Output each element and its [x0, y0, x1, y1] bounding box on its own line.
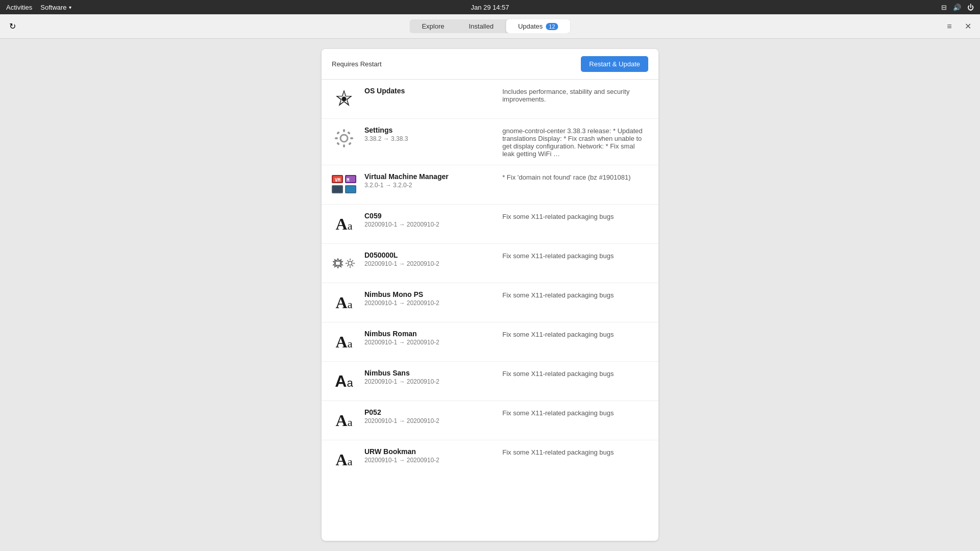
nimbus-mono-icon: Aa [332, 290, 356, 315]
svg-rect-8 [336, 131, 340, 135]
update-row-settings: Settings 3.38.2 → 3.38.3 gnome-control-c… [322, 119, 658, 165]
d050-icon [332, 251, 356, 276]
svg-text:VM: VM [335, 178, 340, 183]
p052-name: P052 [364, 408, 486, 416]
urw-bookman-version: 20200910-1 → 20200910-2 [364, 457, 486, 464]
updates-panel: Requires Restart Restart & Update OS Upd… [322, 49, 658, 541]
nimbus-roman-version: 20200910-1 → 20200910-2 [364, 339, 486, 346]
update-row-vmm: VM M Virtual Machine Manager 3.2.0-1 → 3… [322, 165, 658, 205]
top-bar: Activities Software ▾ Jan 29 14:57 ⊟ 🔊 ⏻ [0, 0, 980, 14]
settings-gear-icon [333, 128, 355, 149]
vmm-logo-icon: VM M [332, 175, 356, 194]
menu-button[interactable]: ≡ [941, 18, 958, 35]
update-row-urw-bookman: Aa URW Bookman 20200910-1 → 20200910-2 F… [322, 440, 658, 479]
svg-rect-5 [343, 144, 345, 147]
svg-rect-19 [346, 186, 355, 192]
svg-rect-6 [335, 137, 338, 139]
network-icon: ⊟ [941, 4, 947, 11]
svg-rect-10 [347, 131, 351, 135]
vmm-info: Virtual Machine Manager 3.2.0-1 → 3.2.0-… [364, 172, 486, 189]
software-label-text: Software [40, 4, 66, 11]
p052-icon: Aa [332, 408, 356, 433]
datetime-label: Jan 29 14:57 [471, 4, 509, 11]
refresh-icon: ↻ [9, 21, 16, 31]
svg-point-24 [348, 261, 352, 265]
requires-restart-header: Requires Restart Restart & Update [322, 49, 658, 80]
os-updates-desc: Includes performance, stability and secu… [502, 87, 648, 103]
tab-explore[interactable]: Explore [409, 19, 456, 33]
p052-version: 20200910-1 → 20200910-2 [364, 417, 486, 424]
restart-update-button[interactable]: Restart & Update [581, 56, 648, 72]
svg-rect-4 [343, 129, 345, 132]
os-updates-info: OS Updates [364, 87, 486, 95]
settings-version: 3.38.2 → 3.38.3 [364, 135, 486, 142]
settings-info: Settings 3.38.2 → 3.38.3 [364, 126, 486, 142]
c059-version: 20200910-1 → 20200910-2 [364, 221, 486, 228]
font-aa-sans-icon: Aa [335, 372, 353, 391]
font-aa-icon: Aa [336, 215, 353, 234]
tab-installed-label: Installed [469, 22, 493, 30]
toolbar-right: ≡ ✕ [941, 18, 976, 35]
refresh-button[interactable]: ↻ [4, 18, 20, 35]
svg-rect-9 [348, 142, 352, 145]
urw-bookman-icon: Aa [332, 447, 356, 472]
svg-point-2 [342, 97, 347, 102]
gear-small-icon [345, 258, 356, 269]
volume-icon: 🔊 [953, 4, 961, 11]
settings-desc: gnome-control-center 3.38.3 release: * U… [502, 126, 648, 158]
d050-name: D050000L [364, 251, 486, 259]
update-row-nimbus-sans: Aa Nimbus Sans 20200910-1 → 20200910-2 F… [322, 362, 658, 401]
update-row-nimbus-mono: Aa Nimbus Mono PS 20200910-1 → 20200910-… [322, 283, 658, 322]
tab-explore-label: Explore [422, 22, 444, 30]
nimbus-mono-version: 20200910-1 → 20200910-2 [364, 299, 486, 307]
settings-icon [332, 126, 356, 151]
urw-bookman-desc: Fix some X11-related packaging bugs [502, 447, 648, 456]
nimbus-mono-desc: Fix some X11-related packaging bugs [502, 290, 648, 299]
software-menu[interactable]: Software ▾ [40, 4, 71, 11]
nimbus-roman-name: Nimbus Roman [364, 330, 486, 338]
update-row-p052: Aa P052 20200910-1 → 20200910-2 Fix some… [322, 401, 658, 440]
star-of-david-icon [332, 258, 344, 269]
nimbus-mono-info: Nimbus Mono PS 20200910-1 → 20200910-2 [364, 290, 486, 307]
font-aa-roman-icon: Aa [336, 333, 353, 352]
c059-desc: Fix some X11-related packaging bugs [502, 212, 648, 220]
os-updates-icon [332, 87, 356, 111]
nimbus-roman-desc: Fix some X11-related packaging bugs [502, 330, 648, 338]
vmm-version: 3.2.0-1 → 3.2.0-2 [364, 182, 486, 189]
tab-installed[interactable]: Installed [456, 19, 505, 33]
d050-version: 20200910-1 → 20200910-2 [364, 260, 486, 267]
svg-line-32 [347, 265, 349, 266]
svg-text:M: M [347, 178, 350, 183]
nimbus-sans-name: Nimbus Sans [364, 369, 486, 377]
nimbus-sans-info: Nimbus Sans 20200910-1 → 20200910-2 [364, 369, 486, 385]
settings-name: Settings [364, 126, 486, 134]
nimbus-sans-desc: Fix some X11-related packaging bugs [502, 369, 648, 378]
update-row-nimbus-roman: Aa Nimbus Roman 20200910-1 → 20200910-2 … [322, 322, 658, 362]
c059-name: C059 [364, 212, 486, 220]
svg-line-31 [352, 260, 353, 262]
d050-desc: Fix some X11-related packaging bugs [502, 251, 648, 260]
urw-bookman-info: URW Bookman 20200910-1 → 20200910-2 [364, 447, 486, 464]
update-row-os-updates: OS Updates Includes performance, stabili… [322, 80, 658, 119]
nimbus-sans-icon: Aa [332, 369, 356, 393]
tab-updates-label: Updates [518, 22, 543, 30]
urw-bookman-name: URW Bookman [364, 447, 486, 456]
nimbus-roman-info: Nimbus Roman 20200910-1 → 20200910-2 [364, 330, 486, 346]
close-button[interactable]: ✕ [960, 18, 976, 35]
font-aa-urw-icon: Aa [336, 450, 353, 469]
close-icon: ✕ [965, 21, 971, 31]
c059-info: C059 20200910-1 → 20200910-2 [364, 212, 486, 228]
c059-icon: Aa [332, 212, 356, 236]
activities-label[interactable]: Activities [6, 4, 32, 11]
os-updates-name: OS Updates [364, 87, 486, 95]
os-star-icon [333, 88, 355, 110]
svg-point-3 [340, 135, 348, 142]
update-row-c059: Aa C059 20200910-1 → 20200910-2 Fix some… [322, 205, 658, 244]
nimbus-mono-name: Nimbus Mono PS [364, 290, 486, 298]
p052-info: P052 20200910-1 → 20200910-2 [364, 408, 486, 424]
update-row-d050: D050000L 20200910-1 → 20200910-2 Fix som… [322, 244, 658, 283]
vmm-icon: VM M [332, 172, 356, 197]
top-bar-left: Activities Software ▾ [6, 4, 71, 11]
nimbus-sans-version: 20200910-1 → 20200910-2 [364, 378, 486, 385]
tab-updates[interactable]: Updates 12 [506, 19, 571, 33]
